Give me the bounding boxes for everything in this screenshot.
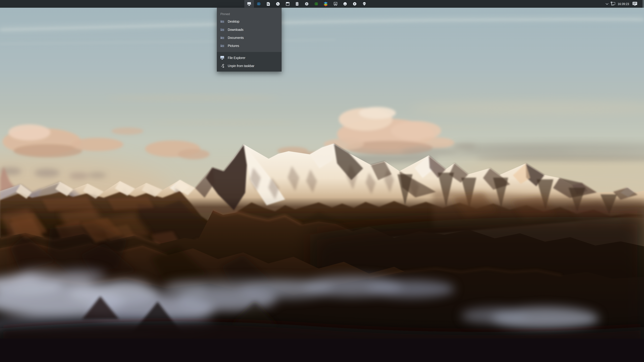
svg-text:16:39:23: 16:39:23 xyxy=(618,2,629,6)
